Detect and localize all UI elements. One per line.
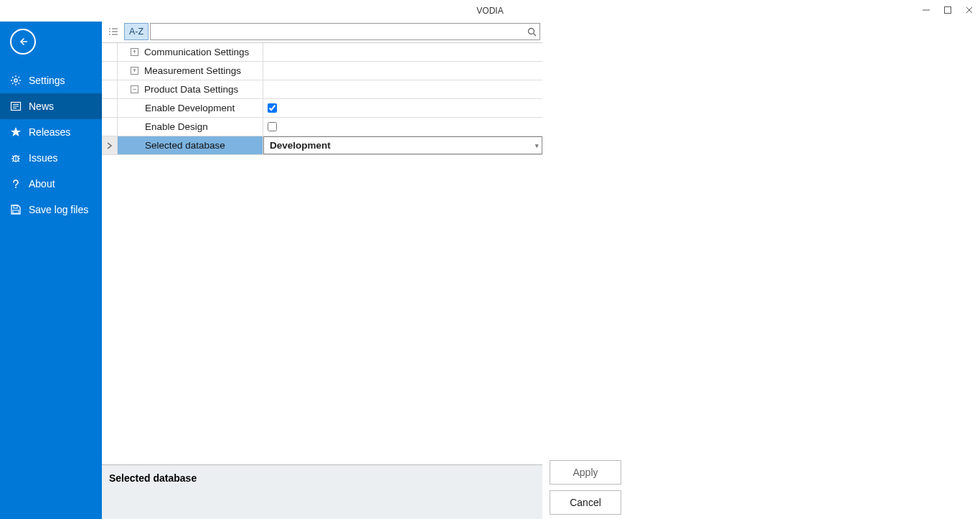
svg-line-11 xyxy=(19,83,20,85)
row-measurement-settings[interactable]: + Measurement Settings xyxy=(102,62,542,80)
description-panel: Selected database xyxy=(102,464,542,519)
search-wrap xyxy=(150,23,540,40)
cancel-button[interactable]: Cancel xyxy=(550,490,621,515)
row-value xyxy=(263,62,542,80)
titlebar-controls xyxy=(915,0,980,20)
row-label: − Product Data Settings xyxy=(118,80,263,98)
back-button[interactable] xyxy=(0,22,102,67)
sidebar-item-label: Save log files xyxy=(29,204,88,215)
expand-icon[interactable]: + xyxy=(131,48,138,56)
search-icon[interactable] xyxy=(524,27,540,37)
bug-icon xyxy=(10,152,22,164)
row-gutter xyxy=(102,62,118,80)
svg-line-26 xyxy=(18,161,19,162)
sidebar-item-about[interactable]: About xyxy=(0,171,102,197)
svg-line-10 xyxy=(12,77,14,78)
minimize-button[interactable] xyxy=(915,0,937,20)
row-enable-development[interactable]: Enable Development xyxy=(102,99,542,118)
search-input[interactable] xyxy=(151,27,524,37)
sidebar-item-releases[interactable]: Releases xyxy=(0,119,102,145)
svg-line-23 xyxy=(12,156,14,157)
row-label: + Communication Settings xyxy=(118,43,263,61)
chevron-right-icon xyxy=(107,142,113,149)
svg-line-37 xyxy=(533,33,536,36)
settings-toolbar: A-Z xyxy=(104,22,540,41)
gear-icon xyxy=(10,75,22,86)
sidebar-item-save-logs[interactable]: Save log files xyxy=(0,197,102,223)
row-value[interactable] xyxy=(263,99,542,117)
maximize-button[interactable] xyxy=(937,0,958,20)
titlebar: VODIA xyxy=(0,0,980,22)
sort-az-button[interactable]: A-Z xyxy=(124,23,149,40)
sidebar-item-issues[interactable]: Issues xyxy=(0,145,102,171)
enable-design-checkbox[interactable] xyxy=(268,122,277,131)
actions-column: Apply Cancel xyxy=(542,22,980,519)
svg-point-36 xyxy=(528,28,534,34)
property-grid: + Communication Settings + Measurement S… xyxy=(102,42,542,155)
categorize-button[interactable] xyxy=(104,23,123,40)
row-product-data-settings[interactable]: − Product Data Settings xyxy=(102,80,542,99)
chevron-down-icon: ▾ xyxy=(535,142,539,149)
window-title: VODIA xyxy=(476,6,503,16)
row-gutter xyxy=(102,43,118,61)
sidebar-item-label: About xyxy=(29,178,55,190)
svg-marker-18 xyxy=(11,127,21,136)
svg-rect-1 xyxy=(945,7,951,14)
back-arrow-icon xyxy=(10,29,36,55)
svg-point-27 xyxy=(15,187,17,188)
svg-line-25 xyxy=(12,161,14,162)
close-button[interactable] xyxy=(958,0,980,20)
enable-development-checkbox[interactable] xyxy=(268,103,277,113)
row-gutter xyxy=(102,80,118,98)
news-icon xyxy=(10,100,22,112)
row-label: Enable Development xyxy=(118,99,263,117)
expand-icon[interactable]: + xyxy=(131,67,138,75)
sidebar-item-news[interactable]: News xyxy=(0,93,102,119)
sidebar-item-label: Settings xyxy=(29,75,65,86)
sidebar: Settings News Releases Issues About xyxy=(0,22,102,519)
row-label: Enable Design xyxy=(118,118,263,136)
row-gutter xyxy=(102,99,118,117)
svg-line-13 xyxy=(19,77,20,78)
row-selected-database[interactable]: Selected database Development ▾ xyxy=(102,136,542,155)
svg-rect-29 xyxy=(13,210,19,213)
description-title: Selected database xyxy=(109,472,535,484)
row-communication-settings[interactable]: + Communication Settings xyxy=(102,43,542,62)
save-icon xyxy=(10,204,22,215)
svg-line-12 xyxy=(12,83,14,85)
sidebar-item-settings[interactable]: Settings xyxy=(0,67,102,93)
star-icon xyxy=(10,126,22,138)
svg-line-24 xyxy=(18,156,19,157)
svg-point-5 xyxy=(14,79,17,82)
row-label: + Measurement Settings xyxy=(118,62,263,80)
row-value xyxy=(263,80,542,98)
collapse-icon[interactable]: − xyxy=(131,85,138,93)
apply-button[interactable]: Apply xyxy=(550,460,621,485)
sidebar-item-label: Releases xyxy=(29,126,70,138)
sidebar-item-label: News xyxy=(29,100,54,112)
row-value[interactable]: Development ▾ xyxy=(263,136,542,154)
sidebar-item-label: Issues xyxy=(29,152,57,164)
row-value[interactable] xyxy=(263,118,542,136)
row-gutter xyxy=(102,136,118,154)
settings-panel: A-Z + Communication Settings xyxy=(102,22,542,519)
selected-database-dropdown[interactable]: Development ▾ xyxy=(264,137,542,154)
row-value xyxy=(263,43,542,61)
row-gutter xyxy=(102,118,118,136)
row-enable-design[interactable]: Enable Design xyxy=(102,118,542,136)
row-label: Selected database xyxy=(118,136,263,154)
question-icon xyxy=(10,178,22,190)
